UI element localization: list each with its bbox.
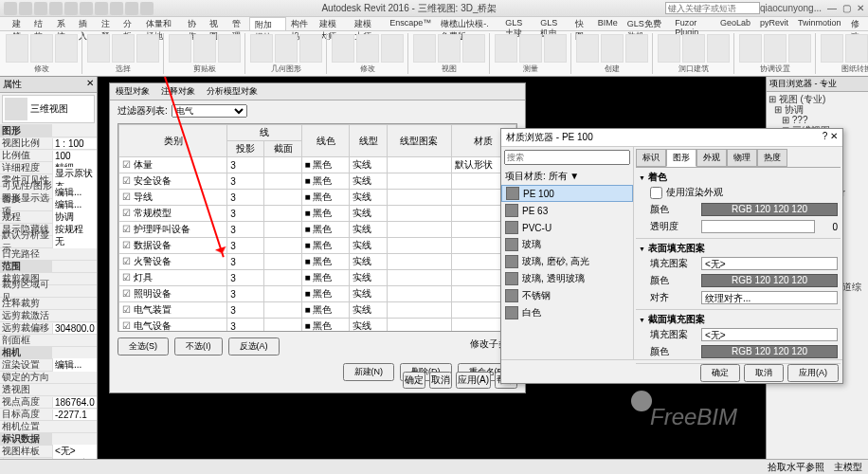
help-icon[interactable]: ? xyxy=(823,131,828,141)
surface-pattern-select[interactable]: <无> xyxy=(701,257,838,270)
help-search-input[interactable] xyxy=(665,2,760,14)
ribbon-tool-icon[interactable] xyxy=(87,34,110,63)
new-button[interactable]: 新建(N) xyxy=(343,363,395,381)
transparency-slider[interactable] xyxy=(701,220,815,233)
ok-button[interactable]: 确定 xyxy=(403,372,425,389)
close-button[interactable]: ✕ xyxy=(857,3,864,13)
ribbon-tool-icon[interactable] xyxy=(739,34,762,63)
cut-color-button[interactable]: RGB 120 120 120 xyxy=(701,345,838,358)
menu-tab[interactable]: GLS免费装机 xyxy=(623,17,670,30)
ribbon-tool-icon[interactable] xyxy=(169,34,191,63)
select-all-button[interactable]: 全选(S) xyxy=(118,337,169,356)
cut-pattern-header[interactable]: 截面填充图案 xyxy=(639,313,838,326)
menu-tab[interactable]: GLS机电 xyxy=(535,17,570,30)
ribbon-tool-icon[interactable] xyxy=(764,34,787,63)
ribbon-tool-icon[interactable] xyxy=(112,34,135,63)
material-search-input[interactable] xyxy=(504,150,630,165)
surface-color-button[interactable]: RGB 120 120 120 xyxy=(701,274,838,287)
material-item[interactable]: 玻璃, 磨砂, 高光 xyxy=(501,253,633,270)
material-tab[interactable]: 图形 xyxy=(666,149,696,167)
ribbon-tool-icon[interactable] xyxy=(136,34,159,63)
material-tab[interactable]: 热度 xyxy=(757,149,787,167)
ribbon-tool-icon[interactable] xyxy=(658,34,680,63)
menu-tab[interactable]: Enscape™ xyxy=(385,17,436,30)
properties-close-icon[interactable]: ✕ xyxy=(86,78,94,91)
cut-pattern-select[interactable]: <无> xyxy=(701,328,838,341)
category-row[interactable]: 安全设备3黑色实线 xyxy=(119,173,516,190)
category-row[interactable]: 护理呼叫设备3黑色实线 xyxy=(119,222,516,238)
menu-tab[interactable]: 建模大师 xyxy=(315,17,350,30)
use-render-checkbox[interactable] xyxy=(650,187,662,199)
status-model[interactable]: 主模型 xyxy=(834,461,862,474)
menu-tab[interactable]: 视图 xyxy=(205,17,226,30)
material-apply-button[interactable]: 应用(A) xyxy=(787,364,839,382)
tree-node[interactable]: ⊞ 协调 xyxy=(769,104,866,115)
ribbon-tool-icon[interactable] xyxy=(193,34,216,63)
material-tab[interactable]: 物理 xyxy=(727,149,757,167)
material-item[interactable]: PVC-U xyxy=(501,219,633,236)
maximize-button[interactable]: ▢ xyxy=(842,3,851,13)
menu-tab[interactable]: 快图 xyxy=(570,17,592,30)
ribbon-tool-icon[interactable] xyxy=(845,34,868,63)
vg-tab[interactable]: 模型对象 xyxy=(110,83,155,100)
material-item[interactable]: PE 100 xyxy=(501,185,633,202)
alignment-button[interactable]: 纹理对齐... xyxy=(701,291,838,304)
user-menu[interactable]: qiaocunyong... xyxy=(760,3,822,13)
ribbon-tool-icon[interactable] xyxy=(625,34,648,63)
material-item[interactable]: 不锈钢 xyxy=(501,287,633,304)
surface-pattern-header[interactable]: 表面填充图案 xyxy=(639,242,838,255)
shading-section-header[interactable]: ▼ 着色着色 xyxy=(639,171,838,184)
apply-button[interactable]: 应用(A) xyxy=(456,372,491,389)
ribbon-tool-icon[interactable] xyxy=(544,34,567,63)
menu-tab[interactable]: 结构 xyxy=(29,17,51,30)
menu-tab[interactable]: 注释 xyxy=(97,17,118,30)
category-row[interactable]: 体量3黑色实线默认形状 xyxy=(119,157,516,173)
menu-tab[interactable]: Twinmotion xyxy=(793,17,846,30)
ribbon-tool-icon[interactable] xyxy=(299,34,322,63)
minimize-button[interactable]: — xyxy=(827,3,837,13)
material-tab[interactable]: 标识 xyxy=(636,149,666,167)
menu-tab[interactable]: 建筑 xyxy=(8,17,29,30)
ribbon-tool-icon[interactable] xyxy=(55,34,78,63)
ribbon-tool-icon[interactable] xyxy=(356,34,379,63)
menu-tab[interactable]: 体量和场地 xyxy=(141,17,183,30)
ribbon-tool-icon[interactable] xyxy=(218,34,241,63)
ribbon-tool-icon[interactable] xyxy=(601,34,624,63)
menu-tab[interactable]: 附加模块 xyxy=(249,17,286,30)
category-row[interactable]: 电气设备3黑色实线 xyxy=(119,319,516,333)
material-tab[interactable]: 外观 xyxy=(696,149,727,167)
menu-tab[interactable]: 橄榄山快模-.免费版 xyxy=(436,17,500,30)
category-row[interactable]: 灯具3黑色实线 xyxy=(119,270,516,286)
category-row[interactable]: 照明设备3黑色实线 xyxy=(119,286,516,302)
vg-tab[interactable]: 分析模型对象 xyxy=(201,83,263,100)
material-item[interactable]: 玻璃, 透明玻璃 xyxy=(501,270,633,287)
ribbon-tool-icon[interactable] xyxy=(381,34,404,63)
ribbon-tool-icon[interactable] xyxy=(413,34,436,63)
tree-node[interactable]: ⊞ ??? xyxy=(769,115,866,125)
close-icon[interactable]: ✕ xyxy=(830,131,838,141)
category-row[interactable]: 导线3黑色实线 xyxy=(119,190,516,206)
invert-button[interactable]: 反选(A) xyxy=(228,337,280,356)
tree-node[interactable]: ⊞ 视图 (专业) xyxy=(769,94,866,104)
menu-tab[interactable]: 分析 xyxy=(118,17,140,30)
menu-tab[interactable]: 系统 xyxy=(52,17,74,30)
ribbon-tool-icon[interactable] xyxy=(332,34,354,63)
menu-tab[interactable]: pyRevit xyxy=(755,17,793,30)
category-row[interactable]: 火警设备3黑色实线 xyxy=(119,254,516,270)
ribbon-tool-icon[interactable] xyxy=(495,34,517,63)
shading-color-button[interactable]: RGB 120 120 120 xyxy=(701,203,838,216)
vg-tab[interactable]: 注释对象 xyxy=(155,83,201,100)
category-row[interactable]: 数据设备3黑色实线 xyxy=(119,238,516,254)
category-row[interactable]: 常规模型3黑色实线 xyxy=(119,206,516,222)
material-item[interactable]: PE 63 xyxy=(501,202,633,219)
material-item[interactable]: 玻璃 xyxy=(501,236,633,253)
material-ok-button[interactable]: 确定 xyxy=(700,364,740,382)
ribbon-tool-icon[interactable] xyxy=(462,34,485,63)
menu-tab[interactable]: 建模大师 xyxy=(350,17,385,30)
menu-tab[interactable]: 修改 xyxy=(846,17,868,30)
menu-tab[interactable]: GeoLab xyxy=(715,17,755,30)
ribbon-tool-icon[interactable] xyxy=(682,34,705,63)
ribbon-tool-icon[interactable] xyxy=(519,34,542,63)
ribbon-tool-icon[interactable] xyxy=(6,34,28,63)
menu-tab[interactable]: BIMe xyxy=(593,17,623,30)
